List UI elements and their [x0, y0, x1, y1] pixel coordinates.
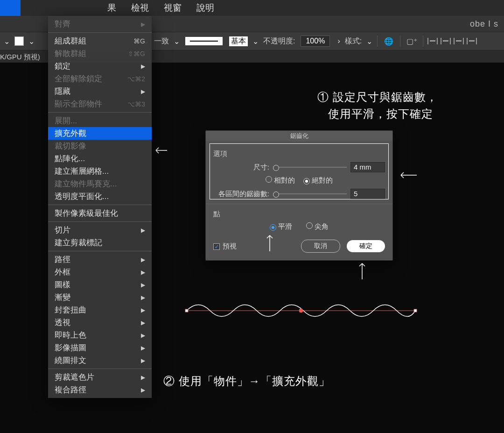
object-menu: 對齊▶組成群組⌘G解散群組⇧⌘G鎖定▶全部解除鎖定⌥⌘2隱藏▶顯示全部物件⌥⌘3… [48, 16, 152, 398]
menu-item[interactable]: 建立剪裁標記 [48, 236, 152, 249]
fill-swatch[interactable] [14, 36, 24, 46]
arrow-icon [357, 262, 367, 280]
opacity-label: 不透明度: [263, 36, 295, 46]
document-tab[interactable]: K/GPU 預視) [0, 53, 40, 62]
size-value[interactable]: 4 mm [350, 162, 385, 172]
menu-item[interactable]: 漸變▶ [48, 291, 152, 304]
instruction-step1: ① 設定尺寸與鋸齒數， 使用平滑，按下確定 [317, 89, 438, 122]
menu-item[interactable]: 切片▶ [48, 224, 152, 236]
menu-item: 解散群組⇧⌘G [48, 47, 152, 60]
preview-checkbox[interactable]: 預視 [213, 242, 237, 251]
menu-item: 裁切影像 [48, 140, 152, 152]
menu-item[interactable]: 路徑▶ [48, 253, 152, 266]
menu-item: 對齊▶ [48, 18, 152, 30]
menu-item: 全部解除鎖定⌥⌘2 [48, 72, 152, 85]
menu-item[interactable]: 繞圖排文▶ [48, 354, 152, 367]
ridges-label: 各區間的鋸齒數: [213, 190, 269, 199]
doc-setup-icon[interactable]: ▢⁺ [405, 35, 418, 48]
align-icon[interactable] [467, 38, 477, 44]
size-slider[interactable] [273, 164, 347, 170]
menu-item[interactable]: 組成群組⌘G [48, 35, 152, 47]
arrow-icon [154, 146, 168, 155]
menubar-item-window[interactable]: 視窗 [156, 0, 189, 16]
basic-label: 基本 [229, 36, 248, 46]
cancel-button[interactable]: 取消 [301, 240, 340, 253]
menu-item[interactable]: 封套扭曲▶ [48, 304, 152, 316]
svg-point-2 [299, 309, 303, 312]
menu-item[interactable]: 隱藏▶ [48, 85, 152, 98]
uniform-label: 一致 [154, 36, 169, 46]
menu-item: 建立物件馬賽克... [48, 177, 152, 190]
menu-item: 展開... [48, 114, 152, 127]
chevron-right-icon[interactable]: › [337, 37, 340, 45]
menu-item: 顯示全部物件⌥⌘3 [48, 98, 152, 110]
opacity-value[interactable]: 100% [301, 35, 330, 47]
menu-item[interactable]: 鎖定▶ [48, 60, 152, 72]
dropdown-icon[interactable]: ⌄ [174, 37, 180, 46]
menu-item[interactable]: 複合路徑▶ [48, 383, 152, 396]
menu-item[interactable]: 影像描圖▶ [48, 341, 152, 354]
dropdown-icon[interactable]: ⌄ [4, 37, 10, 46]
dropdown-icon[interactable]: ⌄ [28, 37, 35, 46]
dropdown-icon[interactable]: ⌄ [252, 37, 259, 46]
options-section-label: 選項 [213, 149, 385, 158]
ridges-value[interactable]: 5 [350, 189, 385, 199]
arrow-icon [265, 234, 274, 252]
ridges-slider[interactable] [273, 191, 347, 197]
brand-text: obe I s [470, 19, 498, 29]
dropdown-icon[interactable]: ⌄ [366, 37, 372, 46]
align-icon[interactable] [441, 38, 451, 44]
svg-rect-3 [414, 309, 417, 312]
menu-item[interactable]: 擴充外觀 [48, 127, 152, 140]
menu-item[interactable]: 透視▶ [48, 316, 152, 329]
menu-item[interactable]: 製作像素級最佳化 [48, 207, 152, 220]
smooth-radio[interactable]: 平滑 [270, 222, 292, 231]
menubar-item-effect[interactable]: 果 [100, 0, 124, 16]
arrow-icon [400, 170, 419, 180]
absolute-radio[interactable]: 絕對的 [303, 176, 333, 185]
menu-item[interactable]: 建立漸層網格... [48, 165, 152, 177]
menubar: 果 檢視 視窗 說明 [0, 0, 504, 16]
menu-item[interactable]: 外框▶ [48, 266, 152, 278]
zigzag-dialog: 鋸齒化 選項 尺寸: 4 mm 相對的 絕對的 各區間的鋸齒數: 5 點 平滑 … [205, 130, 393, 261]
globe-icon[interactable]: 🌐 [382, 35, 395, 48]
menu-item[interactable]: 點陣化... [48, 152, 152, 165]
menu-item[interactable]: 剪裁遮色片▶ [48, 371, 152, 383]
menu-item[interactable]: 即時上色▶ [48, 329, 152, 341]
align-icon[interactable] [427, 38, 438, 44]
menu-item[interactable]: 透明度平面化... [48, 190, 152, 203]
dialog-title: 鋸齒化 [206, 131, 392, 141]
relative-radio[interactable]: 相對的 [266, 176, 295, 185]
align-icon[interactable] [454, 38, 464, 44]
menubar-item-object[interactable] [0, 0, 21, 16]
wave-path-preview [184, 297, 418, 325]
size-label: 尺寸: [213, 163, 269, 172]
menubar-item-view[interactable]: 檢視 [124, 0, 156, 16]
menubar-item-help[interactable]: 說明 [189, 0, 222, 16]
corner-radio[interactable]: 尖角 [306, 222, 329, 231]
style-label: 樣式: [345, 36, 362, 46]
stroke-preview[interactable] [185, 37, 223, 45]
svg-rect-1 [185, 309, 188, 312]
instruction-step2: ② 使用「物件」→「擴充外觀」 [163, 374, 330, 389]
points-section-label: 點 [213, 210, 385, 219]
ok-button[interactable]: 確定 [347, 240, 385, 252]
menu-item[interactable]: 圖樣▶ [48, 278, 152, 291]
